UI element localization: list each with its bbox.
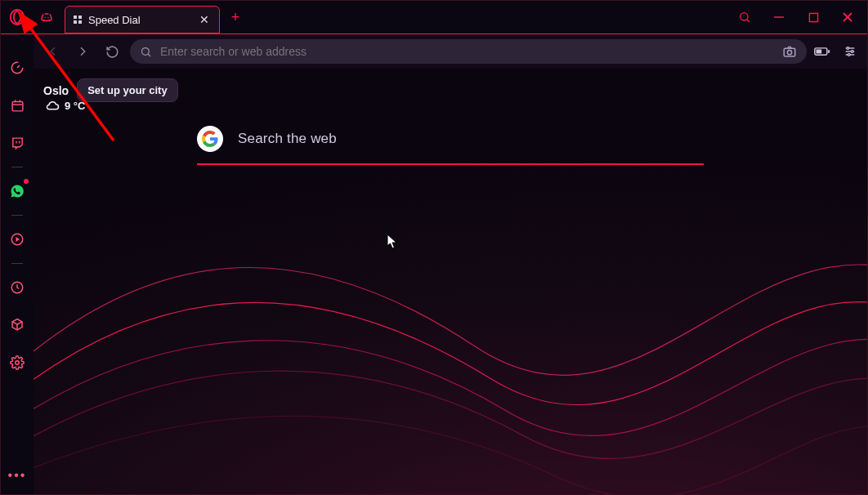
player-icon[interactable] xyxy=(1,221,34,258)
svg-line-5 xyxy=(747,20,749,22)
gx-control-icon[interactable] xyxy=(1,49,34,87)
address-bar[interactable] xyxy=(130,39,807,64)
svg-point-33 xyxy=(851,51,853,53)
speed-dial-page: Oslo Set up your city 9 °C Search the we… xyxy=(34,69,867,494)
svg-rect-27 xyxy=(828,50,830,52)
titlebar: Speed Dial ✕ + xyxy=(1,1,867,33)
weather-city: Oslo xyxy=(43,84,69,97)
svg-point-21 xyxy=(16,361,20,365)
reload-button[interactable] xyxy=(101,40,123,63)
svg-point-25 xyxy=(787,51,791,55)
sidebar: ••• xyxy=(1,34,34,494)
svg-point-2 xyxy=(44,17,46,19)
back-button[interactable] xyxy=(42,40,65,63)
svg-line-11 xyxy=(17,65,20,68)
new-tab-button[interactable]: + xyxy=(225,7,246,28)
notification-dot xyxy=(24,179,29,184)
tab-speed-dial[interactable]: Speed Dial ✕ xyxy=(65,6,220,33)
close-tab-button[interactable]: ✕ xyxy=(198,13,211,26)
speed-dial-icon xyxy=(74,16,82,24)
sidebar-more-button[interactable]: ••• xyxy=(1,463,34,488)
easy-setup-icon[interactable] xyxy=(841,42,859,60)
svg-point-1 xyxy=(14,11,20,24)
navigation-bar xyxy=(34,34,867,69)
discord-icon[interactable] xyxy=(35,6,58,29)
svg-point-4 xyxy=(740,13,748,20)
svg-point-22 xyxy=(142,47,150,55)
svg-rect-7 xyxy=(809,13,817,21)
web-search-placeholder: Search the web xyxy=(238,131,337,147)
cursor-icon xyxy=(387,234,398,253)
web-search-field[interactable]: Search the web xyxy=(197,126,704,165)
tab-title: Speed Dial xyxy=(88,14,191,26)
weather-temp: 9 °C xyxy=(65,100,85,112)
address-input[interactable] xyxy=(160,45,776,58)
svg-point-3 xyxy=(47,17,49,19)
history-icon[interactable] xyxy=(1,269,34,306)
svg-point-34 xyxy=(848,54,850,56)
close-window-button[interactable] xyxy=(838,7,857,27)
calendar-icon[interactable] xyxy=(1,87,34,124)
svg-rect-28 xyxy=(817,50,822,54)
opera-icon[interactable] xyxy=(6,6,29,29)
twitch-icon[interactable] xyxy=(1,124,34,162)
svg-marker-19 xyxy=(16,237,20,242)
google-icon xyxy=(197,126,223,152)
search-tabs-button[interactable] xyxy=(735,7,754,27)
forward-button[interactable] xyxy=(71,40,94,63)
battery-icon[interactable] xyxy=(813,42,831,60)
maximize-button[interactable] xyxy=(803,7,823,27)
setup-city-button[interactable]: Set up your city xyxy=(77,78,178,102)
camera-search-icon[interactable] xyxy=(782,44,797,59)
search-icon xyxy=(140,46,152,58)
svg-point-32 xyxy=(847,47,849,50)
svg-rect-12 xyxy=(12,101,23,110)
svg-rect-24 xyxy=(784,48,795,56)
weather-cloud-icon xyxy=(45,100,60,112)
whatsapp-icon[interactable] xyxy=(1,172,34,210)
minimize-button[interactable] xyxy=(769,7,789,27)
settings-icon[interactable] xyxy=(1,344,34,381)
svg-line-23 xyxy=(148,54,150,56)
mods-icon[interactable] xyxy=(1,306,34,344)
